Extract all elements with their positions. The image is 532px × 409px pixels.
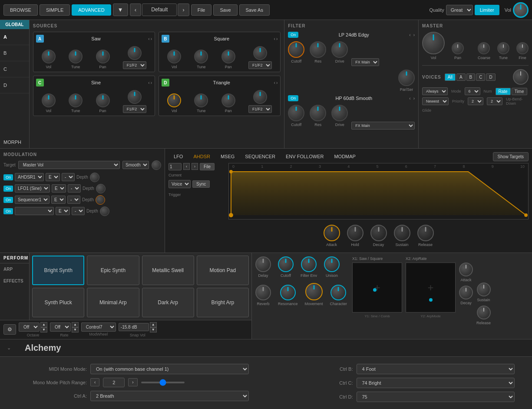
filter2-prev[interactable]: ‹ [409,96,410,101]
file-button[interactable]: File [191,4,212,16]
pad-minimal-arp[interactable]: Minimal Arp [87,288,139,317]
mod4-source-select[interactable] [15,207,54,215]
snap-vol-input[interactable] [119,323,149,331]
snap-down-btn[interactable]: ▼ [150,327,157,333]
ctrl-c-select[interactable]: 74 Bright [357,378,515,388]
source-d-tune-knob[interactable] [194,93,208,107]
limiter-button[interactable]: Limiter [475,5,499,15]
smooth-select[interactable]: Smooth [122,161,149,169]
octave-select[interactable]: Off [19,323,40,332]
reverb-knob[interactable] [255,285,271,300]
octave-up-btn[interactable]: ▲ [40,322,47,327]
filter1-res-knob[interactable] [310,41,326,58]
mod2-source-select[interactable]: LFO1 (Sine) [15,184,50,193]
global-item-c[interactable]: C [0,61,29,77]
source-a-prev[interactable]: ‹ [148,37,149,41]
mod1-dash-select[interactable]: - [62,173,75,181]
release-right-knob[interactable] [477,306,491,319]
mod2-depth-knob[interactable] [96,184,106,193]
mod3-dash-select[interactable]: - [67,196,80,204]
filter2-on-badge[interactable]: On [288,95,298,101]
simple-button[interactable]: SIMPLE [40,4,70,16]
mod4-e-select[interactable]: E [56,207,70,215]
filter2-res-knob[interactable] [310,105,326,121]
voice-select[interactable]: Voice [169,180,191,188]
master-coarse-knob[interactable] [478,42,490,54]
source-c-f1f2-select[interactable]: F1/F2 [123,105,146,113]
filter1-fx-select[interactable]: FX Main [351,58,379,66]
mod4-dash-select[interactable]: - [72,207,85,215]
mod3-on-badge[interactable]: On [3,197,13,203]
xy-pad-2[interactable]: + [406,263,456,313]
mod4-on-badge[interactable]: On [3,208,13,214]
gear-button[interactable]: ⚙ [3,324,16,335]
pitch-range-input[interactable] [103,378,125,387]
sustain-knob[interactable] [394,225,410,241]
pad-bright-arp[interactable]: Bright Arp [197,288,249,317]
source-c-tune-knob[interactable] [69,93,83,107]
rate-btn[interactable]: Rate [496,88,511,95]
pad-bright-synth[interactable]: Bright Synth [32,256,84,285]
tab-modmap[interactable]: MODMAP [329,152,361,161]
effects-tab[interactable]: EFFECTS [0,275,29,287]
ahdsr-num-input[interactable] [169,163,182,170]
mod3-e-select[interactable]: E [51,196,66,204]
master-tune-knob[interactable] [497,42,509,54]
glide-knob[interactable] [513,69,529,85]
voices-a-btn[interactable]: A [456,73,466,81]
source-b-prev[interactable]: ‹ [274,37,275,41]
mod1-on-badge[interactable]: On [3,174,13,180]
master-vol-knob[interactable] [422,32,445,54]
master-fine-knob[interactable] [516,42,529,54]
show-targets-button[interactable]: Show Targets [493,152,529,161]
pad-synth-pluck[interactable]: Synth Pluck [32,288,84,317]
filter2-drive-knob[interactable] [331,105,348,121]
movement-knob[interactable] [305,283,323,300]
ahdsr-next-btn[interactable]: › [192,163,198,170]
mod1-depth-knob[interactable] [90,173,99,182]
pad-metallic-swell[interactable]: Metallic Swell [142,256,194,285]
filter-env-knob[interactable] [301,256,317,272]
quality-select[interactable]: Great [446,5,473,15]
save-button[interactable]: Save [213,4,237,16]
source-a-f1f2-select[interactable]: F1/F2 [123,61,146,69]
bend-down-select[interactable]: 2 [487,97,502,105]
sync-btn[interactable]: Sync [192,180,210,188]
source-b-pan-knob[interactable] [221,50,235,63]
filter1-cutoff-knob[interactable] [288,41,304,58]
source-c-prev[interactable]: ‹ [148,80,149,85]
hold-knob[interactable] [347,225,363,241]
num-select[interactable]: 6 [465,87,480,95]
env-graph[interactable]: 0123 4567 8910 [228,163,529,219]
arp-tab[interactable]: ARP [0,263,29,275]
ctrl-a-select[interactable]: 2 Breath [90,391,249,401]
source-b-f1f2-knob[interactable] [253,46,267,60]
filter1-prev[interactable]: ‹ [409,33,410,37]
filter2-fx-select[interactable]: FX Main [351,122,415,130]
global-item-a[interactable]: A [0,29,29,45]
voices-d-btn[interactable]: D [486,73,495,81]
rate-up-btn[interactable]: ▲ [72,322,79,327]
filter1-drive-knob[interactable] [331,41,348,58]
pitch-range-slider[interactable] [141,382,185,383]
master-pan-knob[interactable] [452,42,464,54]
mod4-depth-knob[interactable] [100,206,109,216]
pad-epic-synth[interactable]: Epic Synth [87,256,139,285]
global-item-d[interactable]: D [0,77,29,93]
source-a-pan-knob[interactable] [96,50,110,63]
voices-b-btn[interactable]: B [466,73,476,81]
octave-down-btn[interactable]: ▼ [40,327,47,333]
mod2-e-select[interactable]: E [52,184,66,193]
preset-prev-button[interactable]: ‹ [130,3,141,16]
source-a-vol-knob[interactable] [42,50,56,63]
tab-lfo[interactable]: LFO [169,152,188,161]
ahdsr-file-btn[interactable]: File [200,163,215,170]
filter2-cutoff-knob[interactable] [288,105,304,121]
mod1-e-select[interactable]: E [46,173,60,181]
source-d-pan-knob[interactable] [221,93,235,107]
source-d-f1f2-select[interactable]: F1/F2 [248,105,272,113]
source-c-f1f2-knob[interactable] [128,90,142,104]
pitch-range-prev[interactable]: ‹ [90,378,99,386]
rate-select[interactable]: Off [50,323,71,332]
source-a-next[interactable]: › [151,37,152,41]
